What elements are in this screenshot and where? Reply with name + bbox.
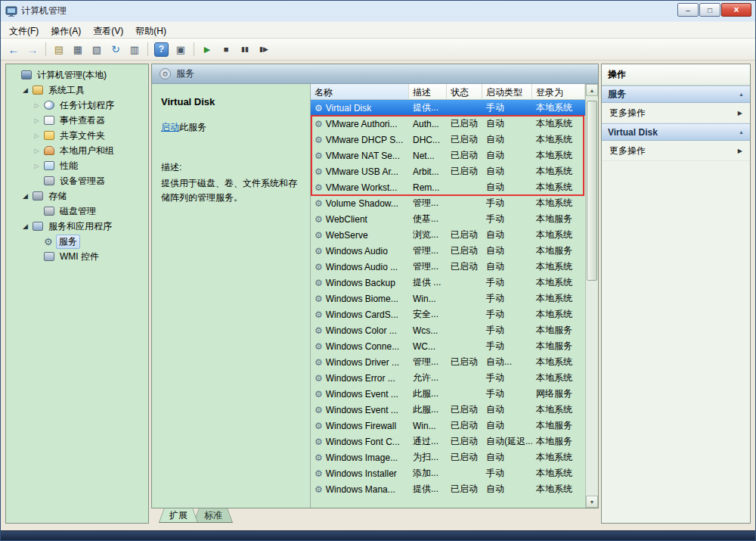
menu-view[interactable]: 查看(V) <box>87 22 129 38</box>
properties-button[interactable]: ▧ <box>88 41 106 58</box>
tree-item-local-users-groups[interactable]: ▷本地用户和组 <box>6 143 148 158</box>
service-row[interactable]: ⚙VMware NAT Se...Net...已启动自动本地系统 <box>311 148 585 163</box>
service-row[interactable]: ⚙WebClient使基...手动本地服务 <box>311 211 585 227</box>
service-row[interactable]: ⚙Windows Backup提供 ...手动本地系统 <box>311 275 585 291</box>
service-row[interactable]: ⚙Windows Mana...提供...已启动自动本地系统 <box>311 481 585 497</box>
service-row[interactable]: ⚙Windows Driver ...管理...已启动自动...本地系统 <box>311 354 585 370</box>
service-name: VMware USB Ar... <box>326 166 398 177</box>
service-row[interactable]: ⚙WebServe浏览...已启动自动本地系统 <box>311 227 585 243</box>
close-button[interactable]: × <box>721 3 751 17</box>
service-row[interactable]: ⚙Windows Audio管理...已启动自动本地服务 <box>311 243 585 259</box>
collapse-chevron-icon[interactable]: ▲ <box>739 129 744 135</box>
tree-item-label: 本地用户和组 <box>57 144 116 158</box>
service-row[interactable]: ⚙Windows Installer添加...手动本地系统 <box>311 465 585 481</box>
service-row[interactable]: ⚙Windows Image...为扫...已启动自动本地系统 <box>311 449 585 465</box>
collapse-arrow-icon[interactable]: ◢ <box>21 86 29 94</box>
service-row[interactable]: ⚙Windows Event ...此服...已启动自动本地系统 <box>311 402 585 418</box>
tree-item-services[interactable]: ⚙服务 <box>6 234 148 249</box>
service-row[interactable]: ⚙Virtual Disk提供...手动本地系统 <box>311 100 585 116</box>
service-row[interactable]: ⚙VMware DHCP S...DHC...已启动自动本地系统 <box>311 132 585 148</box>
maximize-button[interactable]: □ <box>699 3 720 17</box>
service-row[interactable]: ⚙Windows Audio ...管理...已启动自动本地系统 <box>311 259 585 275</box>
expand-arrow-icon[interactable]: ▷ <box>33 117 41 124</box>
service-description: Auth... <box>409 116 447 132</box>
services-list: 名称描述状态启动类型登录为 ⚙Virtual Disk提供...手动本地系统⚙V… <box>311 84 598 508</box>
titlebar[interactable]: 计算机管理 –□× <box>1 1 755 21</box>
menu-file[interactable]: 文件(F) <box>3 22 45 38</box>
collapse-arrow-icon[interactable]: ◢ <box>21 192 29 200</box>
tree-item-services-and-applications[interactable]: ◢服务和应用程序 <box>6 219 148 234</box>
section-header-label: 服务 <box>608 88 626 101</box>
actions-section-header-services[interactable]: 服务▲ <box>602 86 750 103</box>
menu-action[interactable]: 操作(A) <box>45 22 87 38</box>
tree-item-device-manager[interactable]: 设备管理器 <box>6 173 148 188</box>
tree-item-performance[interactable]: ▷性能 <box>6 158 148 173</box>
service-logon-as: 本地系统 <box>532 354 585 370</box>
scroll-up-button[interactable]: ▲ <box>586 84 598 96</box>
show-action-pane-button[interactable]: ▣ <box>172 41 190 58</box>
service-row[interactable]: ⚙Windows FirewallWin...已启动自动本地服务 <box>311 418 585 434</box>
service-row[interactable]: ⚙Windows Event ...此服...手动网络服务 <box>311 386 585 402</box>
expand-arrow-icon[interactable]: ▷ <box>33 163 41 169</box>
scroll-down-button[interactable]: ▼ <box>586 496 598 508</box>
show-console-tree-button[interactable]: ▦ <box>69 41 87 58</box>
expand-arrow-icon[interactable]: ▷ <box>33 102 41 109</box>
vertical-scrollbar[interactable]: ▲ ▼ <box>585 84 598 508</box>
collapse-arrow-icon[interactable]: ◢ <box>21 222 29 230</box>
export-button[interactable]: ▤ <box>50 41 68 58</box>
scroll-thumb[interactable] <box>587 101 597 281</box>
tree-item-task-scheduler[interactable]: ▷任务计划程序 <box>6 98 148 113</box>
stop-service-button[interactable]: ■ <box>217 41 235 58</box>
tree-item-computer-management-local[interactable]: 计算机管理(本地) <box>6 67 148 82</box>
minimize-button[interactable]: – <box>677 3 699 17</box>
menu-help[interactable]: 帮助(H) <box>129 22 172 38</box>
service-startup-type: 手动 <box>482 370 532 386</box>
column-header-status[interactable]: 状态 <box>447 84 482 100</box>
service-row[interactable]: ⚙VMware USB Ar...Arbit...已启动自动本地系统 <box>311 163 585 179</box>
forward-button[interactable]: → <box>23 41 42 58</box>
service-description: 提供... <box>409 100 447 116</box>
service-row[interactable]: ⚙Windows Error ...允许...手动本地系统 <box>311 370 585 386</box>
tree-item-shared-folders[interactable]: ▷共享文件夹 <box>6 128 148 143</box>
column-header-name[interactable]: 名称 <box>311 84 409 100</box>
tree-item-disk-management[interactable]: 磁盘管理 <box>6 204 148 219</box>
help-button[interactable]: ? <box>154 42 169 57</box>
service-name: Windows Color ... <box>326 325 397 336</box>
pause-service-button[interactable]: ▮▮ <box>236 41 254 58</box>
collapse-chevron-icon[interactable]: ▲ <box>739 92 744 97</box>
export-list-button[interactable]: ▥ <box>125 41 144 58</box>
service-row[interactable]: ⚙Windows Color ...Wcs...手动本地服务 <box>311 322 585 338</box>
back-button[interactable]: ← <box>5 41 23 58</box>
service-startup-type: 自动 <box>482 259 532 275</box>
restart-service-button[interactable]: ▮▶ <box>255 41 273 58</box>
tab-standard[interactable]: 标准 <box>194 508 233 523</box>
service-row[interactable]: ⚙VMware Workst...Rem...自动本地系统 <box>311 179 585 195</box>
service-row[interactable]: ⚙Volume Shadow...管理...手动本地系统 <box>311 195 585 211</box>
expand-arrow-icon[interactable]: ▷ <box>33 148 41 154</box>
service-name-cell: ⚙VMware NAT Se... <box>311 148 409 163</box>
service-row[interactable]: ⚙Windows Font C...通过...已启动自动(延迟...本地服务 <box>311 434 585 449</box>
action-item-more-actions[interactable]: 更多操作▶ <box>602 103 750 123</box>
action-item-label: 更多操作 <box>609 145 646 157</box>
service-row[interactable]: ⚙Windows Conne...WC...手动本地服务 <box>311 338 585 354</box>
start-service-link[interactable]: 启动 <box>161 122 179 132</box>
service-icon: ⚙ <box>314 104 323 113</box>
expand-arrow-icon[interactable]: ▷ <box>33 132 41 139</box>
service-status: 已启动 <box>447 354 482 370</box>
tree-item-event-viewer[interactable]: ▷事件查看器 <box>6 113 148 128</box>
tree-item-wmi-control[interactable]: WMI 控件 <box>6 249 148 264</box>
column-header-logon-as[interactable]: 登录为 <box>532 84 585 100</box>
action-item-more-actions[interactable]: 更多操作▶ <box>602 141 750 161</box>
service-row[interactable]: ⚙Windows Biome...Win...手动本地系统 <box>311 291 585 306</box>
actions-section-header-virtual-disk[interactable]: Virtual Disk▲ <box>602 123 750 141</box>
service-row[interactable]: ⚙VMware Authori...Auth...已启动自动本地系统 <box>311 116 585 132</box>
service-logon-as: 本地系统 <box>532 306 585 322</box>
refresh-button[interactable]: ↻ <box>107 41 125 58</box>
service-row[interactable]: ⚙Windows CardS...安全...手动本地系统 <box>311 306 585 322</box>
column-header-startup-type[interactable]: 启动类型 <box>482 84 532 100</box>
tree-item-system-tools[interactable]: ◢系统工具 <box>6 82 148 98</box>
column-header-description[interactable]: 描述 <box>409 84 447 100</box>
start-service-button[interactable]: ▶ <box>198 41 216 58</box>
tab-extended[interactable]: 扩展 <box>159 508 198 523</box>
tree-item-storage[interactable]: ◢存储 <box>6 188 148 204</box>
